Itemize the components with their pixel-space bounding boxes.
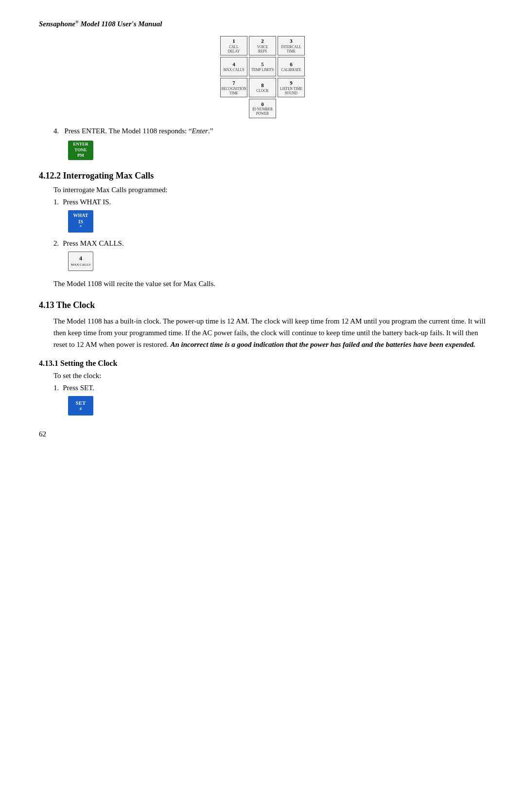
step-4-item: 4. Press ENTER. The Model 1108 responds:… bbox=[39, 127, 486, 160]
key-8: 8 CLOCK bbox=[249, 78, 276, 97]
header-subtitle: Model 1108 User's Manual bbox=[79, 20, 162, 28]
set-btn-wrapper: SET # bbox=[68, 396, 486, 415]
set-label-2: # bbox=[80, 406, 82, 412]
key-5: 5 TEMP LIMITS bbox=[249, 57, 276, 76]
max-calls-btn-wrapper: 4 MAX CALLS bbox=[68, 252, 486, 271]
max-calls-label: MAX CALLS bbox=[71, 263, 90, 267]
step-1-number: 1. bbox=[53, 198, 59, 206]
keypad-grid-inner: 1 CALLDELAY 2 VOICEREPS 3 INTERCALLTIME … bbox=[220, 36, 305, 97]
key-0: 0 ID NUMBERPOWER bbox=[249, 99, 276, 118]
section-4-13: 4.13 The Clock The Model 1108 has a buil… bbox=[39, 300, 486, 350]
key-zero-row: 0 ID NUMBERPOWER bbox=[220, 99, 305, 118]
enter-button[interactable]: ENTER TONE PM bbox=[68, 141, 93, 160]
keypad-grid: 1 CALLDELAY 2 VOICEREPS 3 INTERCALLTIME … bbox=[220, 36, 305, 118]
set-button[interactable]: SET # bbox=[68, 396, 93, 415]
page-number: 62 bbox=[39, 430, 486, 438]
step-1-item: 1. Press WHAT IS. WHAT IS * bbox=[39, 198, 486, 233]
section-4-13-1-heading: 4.13.1 Setting the Clock bbox=[39, 359, 486, 368]
max-calls-button[interactable]: 4 MAX CALLS bbox=[68, 252, 93, 271]
step-2-number: 2. bbox=[53, 239, 59, 248]
key-2: 2 VOICEREPS bbox=[249, 36, 276, 55]
section-4-13-body: The Model 1108 has a built-in clock. The… bbox=[53, 315, 486, 350]
key-7: 7 RECOGNITIONTIME bbox=[220, 78, 247, 97]
step-set-item: 1. Press SET. SET # bbox=[39, 384, 486, 415]
key-6: 6 CALIBRATE bbox=[278, 57, 305, 76]
step-set-text: 1. Press SET. bbox=[53, 384, 486, 392]
section-4-13-1: 4.13.1 Setting the Clock To set the cloc… bbox=[39, 359, 486, 415]
key-4: 4 MAX CALLS bbox=[220, 57, 247, 76]
key-3: 3 INTERCALLTIME bbox=[278, 36, 305, 55]
key-1: 1 CALLDELAY bbox=[220, 36, 247, 55]
section-4-12-2-conclusion: The Model 1108 will recite the value set… bbox=[53, 278, 486, 289]
section-4-12-2-intro: To interrogate Max Calls programmed: bbox=[53, 186, 486, 194]
section-4-12-2: 4.12.2 Interrogating Max Calls To interr… bbox=[39, 171, 486, 289]
enter-btn-wrapper: ENTER TONE PM bbox=[68, 139, 486, 160]
enter-label-3: PM bbox=[77, 153, 84, 159]
header-title: Sensaphone bbox=[39, 20, 75, 28]
enter-label-2: TONE bbox=[74, 147, 87, 153]
step-2-item: 2. Press MAX CALLS. 4 MAX CALLS bbox=[39, 239, 486, 271]
page-header: Sensaphone® Model 1108 User's Manual bbox=[39, 19, 486, 28]
step-1-text: 1. Press WHAT IS. bbox=[53, 198, 486, 206]
step-2-label: Press MAX CALLS. bbox=[63, 239, 123, 248]
step-2-text: 2. Press MAX CALLS. bbox=[53, 239, 486, 248]
section-4-13-bold-text: An incorrect time is a good indication t… bbox=[170, 341, 475, 348]
what-is-label-2: IS bbox=[78, 218, 83, 225]
what-is-button[interactable]: WHAT IS * bbox=[68, 210, 93, 233]
header-registered: ® bbox=[75, 19, 79, 24]
set-label-1: SET bbox=[76, 399, 86, 406]
step-1-label: Press WHAT IS. bbox=[63, 198, 111, 206]
step-set-number: 1. bbox=[53, 384, 59, 392]
section-4-13-1-intro: To set the clock: bbox=[53, 372, 486, 380]
what-is-btn-wrapper: WHAT IS * bbox=[68, 210, 486, 233]
what-is-label-1: WHAT bbox=[73, 212, 88, 218]
what-is-label-3: * bbox=[80, 225, 82, 230]
keypad-container: 1 CALLDELAY 2 VOICEREPS 3 INTERCALLTIME … bbox=[39, 36, 486, 118]
section-4-12-2-heading: 4.12.2 Interrogating Max Calls bbox=[39, 171, 486, 181]
key-9: 9 LISTEN TIMESOUND bbox=[278, 78, 305, 97]
enter-label-1: ENTER bbox=[73, 142, 88, 147]
section-4-13-heading: 4.13 The Clock bbox=[39, 300, 486, 310]
step-set-label: Press SET. bbox=[63, 384, 94, 392]
max-calls-number: 4 bbox=[79, 255, 82, 263]
step-4-text: 4. Press ENTER. The Model 1108 responds:… bbox=[53, 127, 486, 135]
